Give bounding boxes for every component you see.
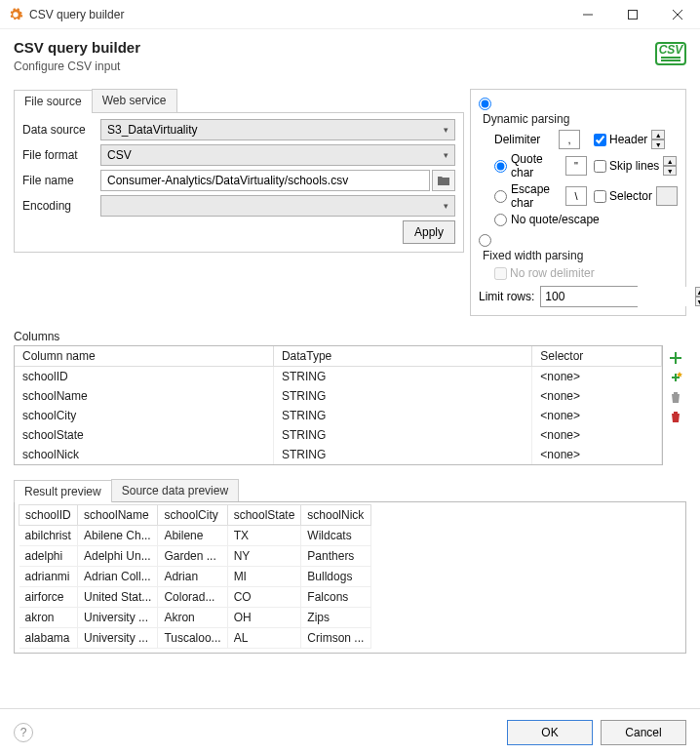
delimiter-input[interactable]	[559, 130, 580, 149]
trash-gray-icon	[669, 390, 682, 404]
col-header-type[interactable]: DataType	[273, 346, 531, 367]
preview-table[interactable]: schoolIDschoolNameschoolCityschoolStates…	[14, 501, 686, 654]
label-no-quote: No quote/escape	[511, 213, 600, 226]
selector-checkbox[interactable]	[594, 190, 606, 203]
close-button[interactable]	[655, 0, 700, 29]
label-skip-lines: Skip lines	[609, 159, 659, 173]
table-row[interactable]: adelphiAdelphi Un...Garden ...NYPanthers	[19, 546, 371, 567]
preview-cell: NY	[227, 546, 301, 567]
preview-cell: airforce	[19, 587, 78, 608]
help-button[interactable]: ?	[14, 723, 33, 742]
skip-lines-checkbox-wrap[interactable]: Skip lines	[594, 159, 659, 173]
table-row[interactable]: adrianmiAdrian Coll...AdrianMIBulldogs	[19, 567, 371, 587]
preview-cell: CO	[227, 587, 301, 608]
radio-no-quote[interactable]	[494, 214, 507, 226]
page-title: CSV query builder	[14, 39, 655, 56]
cell-name: schoolState	[15, 425, 273, 445]
preview-cell: United Stat...	[78, 587, 158, 608]
preview-cell: Abilene	[158, 526, 227, 546]
preview-cell: Adrian Coll...	[78, 567, 158, 587]
escape-char-input[interactable]	[565, 186, 587, 206]
add-column-button[interactable]	[667, 349, 684, 367]
label-escape-char: Escape char	[511, 182, 565, 210]
label-file-format: File format	[22, 148, 100, 162]
tab-file-source[interactable]: File source	[14, 90, 93, 113]
header-checkbox[interactable]	[594, 134, 606, 146]
dialog-header: CSV query builder Configure CSV input CS…	[0, 29, 700, 81]
table-row[interactable]: akronUniversity ...AkronOHZips	[19, 608, 371, 628]
table-row[interactable]: schoolStateSTRING<none>	[15, 425, 662, 445]
encoding-select[interactable]: ▾	[100, 195, 455, 217]
file-format-select[interactable]: CSV▾	[100, 144, 455, 166]
preview-header[interactable]: schoolState	[227, 505, 301, 526]
svg-rect-0	[629, 10, 638, 19]
label-encoding: Encoding	[22, 199, 100, 213]
radio-quote-char[interactable]	[494, 160, 507, 173]
svg-text:CSV: CSV	[659, 43, 684, 57]
cell-name: schoolName	[15, 386, 273, 406]
preview-cell: Adelphi Un...	[78, 546, 158, 567]
label-header: Header	[609, 133, 647, 146]
table-row[interactable]: abilchristAbilene Ch...AbileneTXWildcats	[19, 526, 371, 546]
browse-button[interactable]	[432, 170, 455, 191]
minimize-button[interactable]	[565, 0, 610, 29]
header-spinner[interactable]: ▲▼	[651, 130, 665, 149]
table-row[interactable]: alabamaUniversity ...Tuscaloo...ALCrimso…	[19, 628, 371, 649]
table-row[interactable]: schoolNameSTRING<none>	[15, 386, 662, 406]
maximize-button[interactable]	[610, 0, 655, 29]
chevron-down-icon: ▾	[444, 201, 448, 211]
limit-rows-spinner[interactable]: ▲▼	[695, 287, 700, 306]
columns-table[interactable]: Column name DataType Selector schoolIDST…	[14, 345, 663, 465]
skip-lines-spinner[interactable]: ▲▼	[663, 156, 677, 176]
cancel-button[interactable]: Cancel	[601, 720, 686, 745]
limit-rows-input[interactable]	[541, 287, 695, 306]
col-header-selector[interactable]: Selector	[532, 346, 662, 367]
columns-section-label: Columns	[14, 330, 686, 343]
table-row[interactable]: schoolIDSTRING<none>	[15, 367, 662, 387]
cell-type: STRING	[273, 406, 531, 425]
preview-cell: adelphi	[19, 546, 78, 567]
col-header-name[interactable]: Column name	[15, 346, 273, 367]
data-source-select[interactable]: S3_DataVirtuality▾	[100, 119, 455, 140]
tab-result-preview[interactable]: Result preview	[14, 480, 112, 502]
skip-lines-checkbox[interactable]	[594, 160, 606, 173]
tab-source-preview[interactable]: Source data preview	[111, 479, 239, 501]
help-icon: ?	[20, 726, 27, 739]
preview-header[interactable]: schoolNick	[301, 505, 371, 526]
preview-cell: Wildcats	[301, 526, 371, 546]
label-dynamic-parsing: Dynamic parsing	[483, 112, 678, 126]
preview-cell: TX	[227, 526, 301, 546]
preview-cell: akron	[19, 608, 78, 628]
radio-escape-char[interactable]	[494, 190, 507, 203]
cell-selector: <none>	[532, 425, 662, 445]
limit-rows-input-wrap: ▲▼	[540, 286, 638, 307]
preview-header[interactable]: schoolName	[78, 505, 158, 526]
table-row[interactable]: schoolNickSTRING<none>	[15, 445, 662, 464]
preview-header[interactable]: schoolCity	[158, 505, 227, 526]
label-fixed-width: Fixed width parsing	[483, 249, 678, 262]
folder-icon	[437, 175, 450, 186]
tab-web-service[interactable]: Web service	[92, 89, 177, 112]
selector-checkbox-wrap[interactable]: Selector	[594, 189, 652, 203]
preview-cell: Crimson ...	[301, 628, 371, 649]
preview-header[interactable]: schoolID	[19, 505, 78, 526]
delete-column-button[interactable]	[667, 388, 684, 406]
title-bar: CSV query builder	[0, 0, 700, 29]
radio-fixed-width[interactable]	[479, 234, 491, 247]
file-name-input[interactable]	[107, 174, 423, 187]
cell-selector: <none>	[532, 386, 662, 406]
table-row[interactable]: schoolCitySTRING<none>	[15, 406, 662, 425]
no-row-delim-checkbox	[494, 267, 507, 280]
header-checkbox-wrap[interactable]: Header	[594, 133, 647, 146]
plus-star-icon	[669, 371, 682, 384]
quote-char-input[interactable]	[565, 156, 587, 176]
apply-button[interactable]: Apply	[403, 220, 455, 244]
add-auto-column-button[interactable]	[667, 369, 684, 386]
preview-cell: Zips	[301, 608, 371, 628]
delete-all-columns-button[interactable]	[667, 408, 684, 425]
window-title: CSV query builder	[29, 8, 565, 21]
radio-dynamic-parsing[interactable]	[479, 98, 491, 110]
data-source-value: S3_DataVirtuality	[107, 123, 198, 137]
ok-button[interactable]: OK	[507, 720, 593, 745]
table-row[interactable]: airforceUnited Stat...Colorad...COFalcon…	[19, 587, 371, 608]
